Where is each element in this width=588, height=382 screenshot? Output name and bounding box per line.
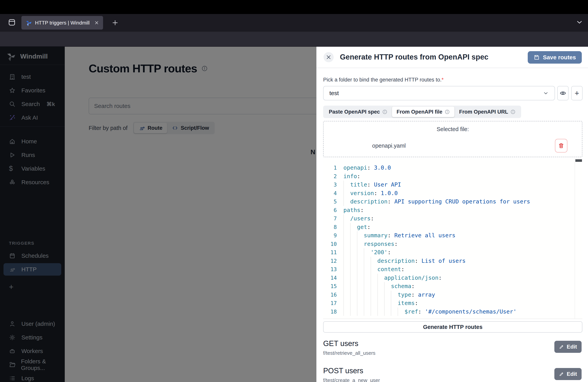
code-line: 16type: array: [323, 291, 582, 299]
pencil-icon: [559, 371, 564, 377]
code-line: 3title: User API: [323, 180, 582, 189]
minimap-slider[interactable]: [575, 159, 582, 162]
code-line: 12description: List of users: [323, 257, 582, 265]
selected-file-box: Selected file: openapi.yaml: [323, 121, 582, 157]
trash-icon: [558, 143, 564, 149]
close-icon[interactable]: [324, 52, 334, 62]
tab-from-openapi-url[interactable]: From OpenAPI URL: [454, 106, 520, 117]
required-asterisk: *: [441, 77, 444, 83]
preview-folder-button[interactable]: [557, 86, 568, 100]
line-number: 11: [323, 248, 337, 257]
code-line: 7/users:: [323, 214, 582, 223]
yaml-code-editor[interactable]: 1openapi: 3.0.02info:3title: User API4ve…: [323, 159, 582, 319]
remove-file-button[interactable]: [555, 139, 567, 152]
code-line: 13content:: [323, 265, 582, 274]
info-icon: [510, 109, 515, 114]
pencil-icon: [559, 344, 564, 349]
code-line: 8get:: [323, 223, 582, 232]
line-number: 5: [323, 197, 337, 206]
generate-routes-button[interactable]: Generate HTTP routes: [323, 321, 582, 333]
folder-select[interactable]: test: [323, 86, 555, 100]
source-tabs: Paste OpenAPI specFrom OpenAPI fileFrom …: [323, 106, 521, 118]
info-icon: [445, 109, 450, 114]
line-number: 18: [323, 308, 337, 316]
code-line: 15schema:: [323, 282, 582, 291]
code-line: 9summary: Retrieve all users: [323, 231, 582, 240]
line-number: 8: [323, 223, 337, 232]
route-path: f/test/create_a_new_user: [323, 377, 380, 382]
windmill-favicon: [25, 20, 32, 26]
tab-list-chevron-icon[interactable]: [576, 18, 583, 26]
code-line: 2info:: [323, 172, 582, 181]
code-lines: 1openapi: 3.0.02info:3title: User API4ve…: [323, 164, 582, 316]
code-line: 1openapi: 3.0.0: [323, 164, 582, 172]
code-line: 11'200':: [323, 248, 582, 257]
new-tab-icon[interactable]: [109, 17, 121, 29]
line-number: 4: [323, 189, 337, 198]
plus-icon: +: [575, 89, 579, 98]
edit-route-button[interactable]: Edit: [554, 341, 582, 353]
code-line: 14application/json:: [323, 274, 582, 282]
tab-from-openapi-file[interactable]: From OpenAPI file: [392, 106, 455, 117]
line-number: 2: [323, 172, 337, 181]
code-line: 5description: API supporting CRUD operat…: [323, 197, 582, 206]
browser-nav-bar: http://localhost:3000/routes?filter_path…: [0, 32, 588, 47]
sidebar-toggle-icon[interactable]: [7, 18, 16, 27]
line-number: 15: [323, 282, 337, 291]
line-number: 7: [323, 214, 337, 223]
code-line: 17items:: [323, 299, 582, 308]
openapi-drawer: Generate HTTP routes from OpenAPI spec S…: [316, 47, 588, 382]
add-folder-button[interactable]: +: [571, 86, 583, 100]
code-line: 4version: 1.0.0: [323, 189, 582, 198]
info-icon: [382, 109, 387, 114]
route-title: GET users: [323, 340, 358, 348]
line-number: 6: [323, 206, 337, 214]
selected-file-name: openapi.yaml: [372, 143, 406, 149]
line-number: 14: [323, 274, 337, 282]
eye-icon: [560, 90, 566, 96]
line-number: 9: [323, 231, 337, 240]
tab-paste-openapi-spec[interactable]: Paste OpenAPI spec: [324, 106, 392, 117]
selected-file-label: Selected file:: [324, 126, 582, 132]
drawer-header: Generate HTTP routes from OpenAPI spec S…: [316, 47, 588, 68]
code-line: 6paths:: [323, 206, 582, 214]
browser-tab[interactable]: HTTP triggers | Windmill: [21, 16, 103, 30]
editor-minimap[interactable]: [575, 159, 582, 318]
chevron-down-icon: [543, 90, 549, 96]
tab-title: HTTP triggers | Windmill: [35, 20, 90, 26]
code-line: 10responses:: [323, 240, 582, 248]
line-number: 12: [323, 257, 337, 265]
folder-field-label: Pick a folder to bind the generated HTTP…: [323, 77, 443, 83]
screen: HTTP triggers | Windmill: [0, 0, 588, 382]
route-path: f/test/retrieve_all_users: [323, 350, 376, 356]
line-number: 17: [323, 299, 337, 308]
drawer-title: Generate HTTP routes from OpenAPI spec: [340, 53, 488, 61]
line-number: 13: [323, 265, 337, 274]
route-title: POST users: [323, 367, 363, 375]
drawer-backdrop[interactable]: [0, 47, 316, 382]
line-number: 3: [323, 180, 337, 189]
line-number: 16: [323, 291, 337, 299]
save-icon: [534, 54, 540, 61]
line-number: 10: [323, 240, 337, 248]
code-line: 18$ref: '#/components/schemas/User': [323, 308, 582, 316]
browser-tab-strip: HTTP triggers | Windmill: [0, 14, 588, 32]
tab-close-icon[interactable]: [94, 20, 99, 25]
edit-route-button[interactable]: Edit: [554, 368, 582, 380]
save-routes-button[interactable]: Save routes: [528, 51, 582, 64]
line-number: 1: [323, 164, 337, 172]
